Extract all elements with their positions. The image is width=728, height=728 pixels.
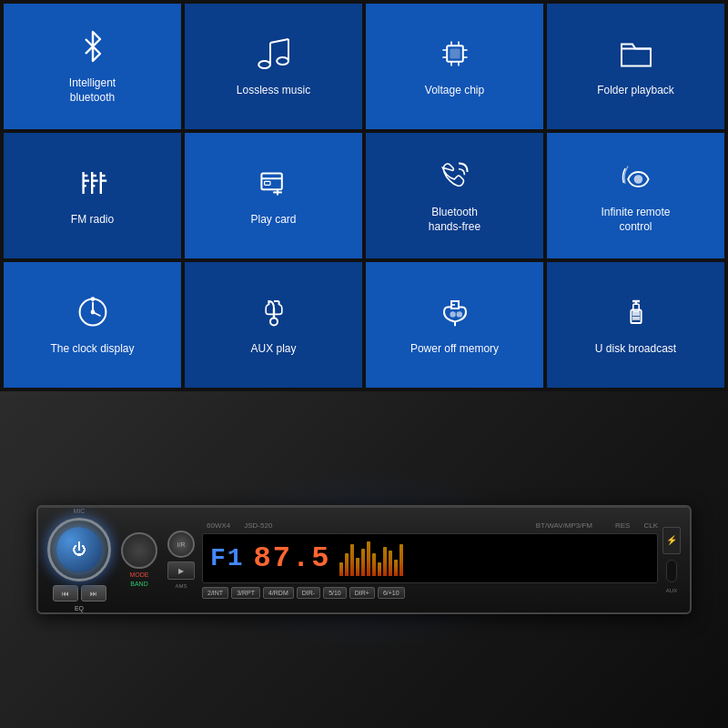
bluetooth-icon	[75, 28, 111, 69]
display-frequency: 87.5	[254, 541, 331, 575]
svg-point-36	[91, 298, 94, 300]
remote-icon	[618, 157, 654, 198]
feature-aux-label: AUX play	[250, 342, 296, 357]
band-label: BAND	[130, 581, 147, 587]
features-grid: Intelligent bluetooth Lossless music	[0, 0, 728, 391]
mode-knob[interactable]	[121, 532, 157, 569]
svg-rect-51	[636, 313, 638, 315]
play-pause-button[interactable]: ▶	[167, 561, 195, 580]
feature-aux[interactable]: AUX play	[185, 262, 362, 388]
ams-label: AMS	[175, 583, 187, 589]
usb-slot[interactable]: ⚡	[662, 527, 681, 554]
feature-fm[interactable]: FM radio	[4, 133, 181, 258]
feature-card[interactable]: Play card	[185, 133, 362, 258]
svg-rect-28	[264, 181, 269, 185]
power-icon: ⏻	[72, 541, 86, 558]
stereo-unit: MIC ⏻ ⏮ ⏭ EQ MODE BAND I/R ▶ AMS	[36, 505, 692, 614]
svg-rect-52	[632, 317, 634, 318]
btn-dir-minus[interactable]: DIR-	[297, 587, 320, 599]
forward-button[interactable]: ⏭	[81, 585, 106, 602]
mode-label: MODE	[130, 571, 149, 578]
svg-point-31	[634, 176, 642, 183]
feature-memory-label: Power off memory	[410, 342, 499, 357]
clk-label: CLK	[643, 521, 658, 530]
fm-icon	[75, 165, 111, 206]
svg-point-0	[258, 61, 270, 68]
folder-icon	[618, 35, 654, 76]
usb-icon	[618, 294, 654, 335]
feature-folder-label: Folder playback	[597, 84, 674, 98]
feature-music-label: Lossless music	[237, 84, 310, 98]
feature-clock[interactable]: The clock display	[4, 262, 181, 388]
btn-3rpt[interactable]: 3/RPT	[231, 587, 260, 599]
btn-610[interactable]: 6/+10	[378, 587, 405, 599]
btn-510[interactable]: 5/10	[323, 587, 347, 599]
music-icon	[256, 35, 292, 76]
aux-jack[interactable]	[666, 560, 677, 582]
card-icon	[256, 165, 292, 206]
display-screen: F1 87.5	[202, 533, 658, 583]
btn-2int[interactable]: 2/INT	[202, 587, 228, 599]
svg-rect-53	[636, 317, 638, 318]
display-mode: F1	[210, 544, 245, 572]
feature-voltage[interactable]: Voltage chip	[366, 4, 543, 129]
phone-icon	[437, 157, 473, 198]
power-label: 60WX4	[207, 521, 230, 530]
svg-rect-14	[450, 49, 460, 58]
feature-voltage-label: Voltage chip	[425, 84, 484, 98]
feature-remote-label: Infinite remote control	[601, 206, 670, 234]
feature-remote[interactable]: Infinite remote control	[547, 133, 724, 258]
feature-udisk-label: U disk broadcast	[595, 342, 676, 357]
svg-rect-50	[632, 313, 634, 315]
feature-folder[interactable]: Folder playback	[547, 4, 724, 129]
ir-label: I/R	[177, 541, 186, 548]
spectrum-display	[339, 540, 650, 576]
btn-dir-plus[interactable]: DIR+	[349, 587, 375, 599]
feature-card-label: Play card	[250, 213, 296, 228]
aux-icon	[256, 294, 292, 335]
feature-memory[interactable]: Power off memory	[366, 262, 543, 388]
memory-icon	[437, 294, 473, 335]
feature-music[interactable]: Lossless music	[185, 4, 362, 129]
feature-bluetooth-label: Intelligent bluetooth	[69, 76, 116, 105]
feature-fm-label: FM radio	[71, 213, 114, 228]
stereo-section: MIC ⏻ ⏮ ⏭ EQ MODE BAND I/R ▶ AMS	[0, 391, 728, 728]
feature-udisk[interactable]: U disk broadcast	[547, 262, 724, 388]
svg-point-37	[270, 318, 278, 325]
svg-point-1	[277, 57, 288, 65]
model-label: JSD-520	[244, 521, 272, 530]
bt-label: BT/WAV/MP3/FM	[536, 521, 592, 530]
aux-text: AUX	[666, 588, 677, 593]
feature-handsfree[interactable]: Bluetooth hands-free	[366, 133, 543, 258]
eq-label: EQ	[75, 605, 84, 612]
mic-label: MIC	[74, 508, 86, 514]
svg-line-4	[270, 39, 288, 43]
btn-4rdm[interactable]: 4/RDM	[263, 587, 294, 599]
feature-handsfree-label: Bluetooth hands-free	[429, 206, 480, 234]
clock-icon	[75, 294, 111, 335]
feature-clock-label: The clock display	[50, 342, 134, 357]
svg-point-44	[450, 312, 455, 317]
power-knob[interactable]: ⏻	[47, 518, 111, 581]
rewind-button[interactable]: ⏮	[53, 585, 78, 602]
svg-point-45	[457, 312, 461, 317]
chip-icon	[437, 35, 473, 76]
feature-bluetooth[interactable]: Intelligent bluetooth	[4, 4, 181, 129]
res-label: RES	[615, 521, 630, 530]
ir-button[interactable]: I/R	[167, 531, 195, 558]
